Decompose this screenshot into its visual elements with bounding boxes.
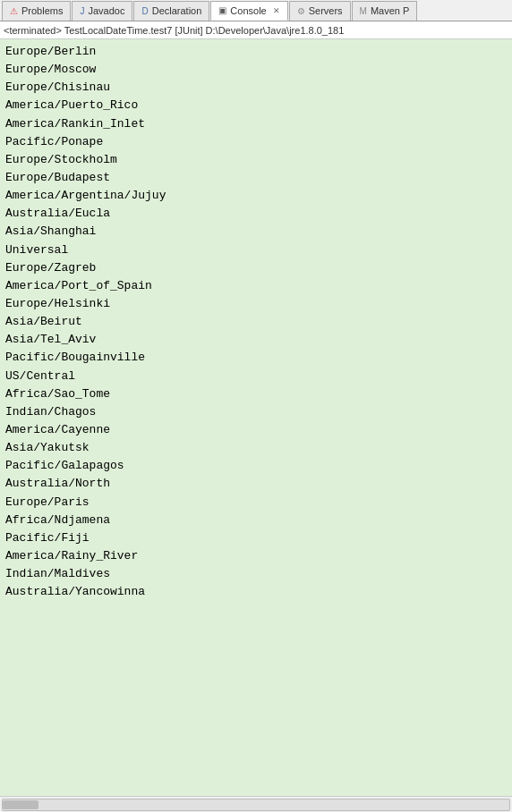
console-content[interactable]: Europe/BerlinEurope/MoscowEurope/Chisina… xyxy=(0,39,512,796)
list-item: America/Port_of_Spain xyxy=(5,277,507,295)
horizontal-scrollbar-container xyxy=(0,796,512,812)
list-item: Asia/Beirut xyxy=(5,313,507,331)
console-tab-icon: ▣ xyxy=(218,5,226,15)
declaration-tab-label: Declaration xyxy=(152,5,202,16)
tab-problems[interactable]: ⚠Problems xyxy=(2,1,71,21)
list-item: Europe/Budapest xyxy=(5,169,507,187)
list-item: Europe/Moscow xyxy=(5,61,507,79)
declaration-tab-icon: D xyxy=(141,6,148,16)
servers-tab-label: Servers xyxy=(309,5,343,16)
tab-servers[interactable]: ⚙Servers xyxy=(289,1,351,21)
list-item: America/Argentina/Jujuy xyxy=(5,187,507,205)
list-item: Europe/Stockholm xyxy=(5,151,507,169)
list-item: Australia/North xyxy=(5,475,507,493)
list-item: Indian/Chagos xyxy=(5,403,507,421)
list-item: Universal xyxy=(5,241,507,259)
list-item: Europe/Paris xyxy=(5,494,507,512)
list-item: Asia/Tel_Aviv xyxy=(5,331,507,349)
servers-tab-icon: ⚙ xyxy=(297,6,305,16)
status-bar: <terminated> TestLocalDateTime.test7 [JU… xyxy=(0,21,512,39)
console-close-icon[interactable]: ✕ xyxy=(273,6,280,15)
problems-tab-icon: ⚠ xyxy=(10,6,18,16)
tab-declaration[interactable]: DDeclaration xyxy=(133,1,209,21)
list-item: Asia/Yakutsk xyxy=(5,439,507,457)
list-item: Europe/Zagreb xyxy=(5,259,507,277)
list-item: Pacific/Ponape xyxy=(5,133,507,151)
list-item: Pacific/Galapagos xyxy=(5,457,507,475)
list-item: Asia/Shanghai xyxy=(5,223,507,241)
problems-tab-label: Problems xyxy=(21,5,63,16)
list-item: America/Rainy_River xyxy=(5,547,507,565)
javadoc-tab-icon: J xyxy=(80,6,84,16)
list-item: Indian/Maldives xyxy=(5,565,507,583)
list-item: Australia/Eucla xyxy=(5,205,507,223)
tab-console[interactable]: ▣Console✕ xyxy=(210,1,287,21)
list-item: Europe/Chisinau xyxy=(5,79,507,97)
javadoc-tab-label: Javadoc xyxy=(88,5,124,16)
list-item: America/Cayenne xyxy=(5,421,507,439)
tab-javadoc[interactable]: JJavadoc xyxy=(72,1,132,21)
list-item: Europe/Berlin xyxy=(5,43,507,61)
list-item: Europe/Helsinki xyxy=(5,295,507,313)
list-item: Pacific/Fiji xyxy=(5,529,507,547)
tab-maven[interactable]: MMaven P xyxy=(352,1,418,21)
list-item: Africa/Ndjamena xyxy=(5,512,507,529)
maven-tab-icon: M xyxy=(360,6,367,16)
list-item: America/Puerto_Rico xyxy=(5,97,507,114)
horizontal-scrollbar-thumb[interactable] xyxy=(3,800,38,809)
maven-tab-label: Maven P xyxy=(371,5,409,16)
list-item: Pacific/Bougainville xyxy=(5,349,507,367)
tab-bar: ⚠ProblemsJJavadocDDeclaration▣Console✕⚙S… xyxy=(0,0,512,21)
status-text: <terminated> TestLocalDateTime.test7 [JU… xyxy=(4,25,344,36)
list-item: US/Central xyxy=(5,368,507,385)
list-item: America/Rankin_Inlet xyxy=(5,115,507,133)
console-tab-label: Console xyxy=(230,5,266,16)
horizontal-scrollbar[interactable] xyxy=(2,799,510,811)
list-item: Africa/Sao_Tome xyxy=(5,385,507,403)
list-item: Australia/Yancowinna xyxy=(5,583,507,601)
